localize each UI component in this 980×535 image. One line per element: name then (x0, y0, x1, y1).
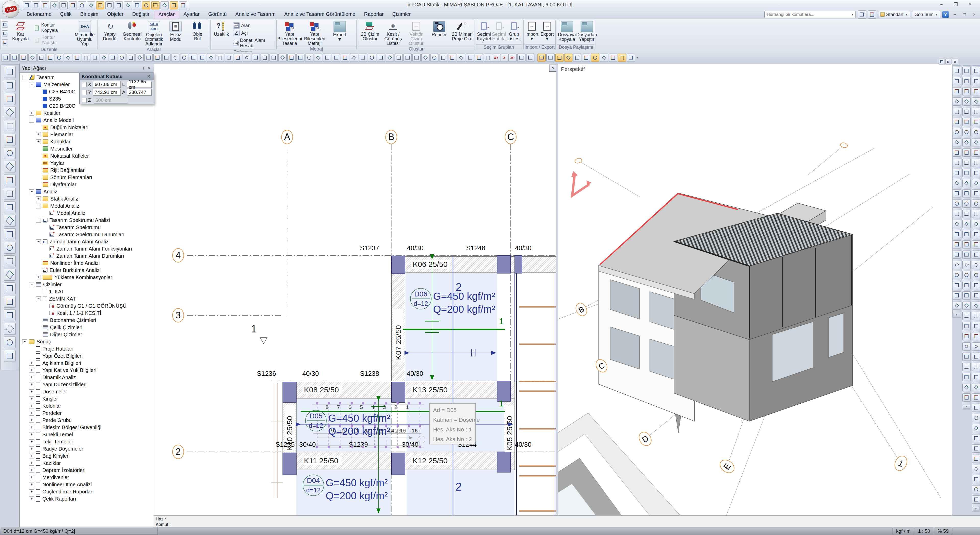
tree-item-g-lendirme-raporlar-[interactable]: +Güçlendirme Raporları (20, 488, 154, 495)
kat-kopyala-button[interactable]: Kat Kopyala (9, 21, 32, 46)
tree-item-kolonlar[interactable]: +Kolonlar (20, 402, 154, 410)
expand-icon[interactable]: + (29, 361, 34, 365)
coordinate-xy-icon[interactable]: XY (492, 54, 500, 62)
tool-icon[interactable] (225, 54, 233, 62)
menu-item--elik[interactable]: Çelik (56, 10, 76, 19)
tool-icon[interactable] (278, 54, 286, 62)
zoom-cell[interactable]: % 59 (934, 528, 952, 535)
tool-icon[interactable] (118, 54, 126, 62)
tool-icon[interactable] (4, 310, 16, 321)
tool-icon[interactable] (4, 93, 16, 105)
tree-item-g-r-n-g1-g1-g-r-n-[interactable]: −Görünüş G1 / G1 GÖRÜNÜŞÜ (20, 302, 154, 310)
tool-icon[interactable] (953, 210, 961, 218)
tree-item-radye-d-emeler[interactable]: +Radye Döşemeler (20, 445, 154, 452)
tool-icon[interactable] (953, 189, 961, 197)
toolbar-expand-icon[interactable]: ▸ (963, 405, 970, 409)
tool-icon[interactable] (963, 77, 970, 85)
tool-icon[interactable] (4, 256, 16, 267)
tool-icon[interactable] (963, 220, 970, 228)
tool-icon[interactable] (368, 54, 376, 62)
tree-item-kabuklar[interactable]: +Kabuklar (20, 138, 154, 145)
tree-item-s-n-m-elemanlar-[interactable]: −Sönüm Elemanları (20, 174, 154, 181)
tool-icon[interactable] (972, 169, 980, 177)
tree-item--elik-raporlar-[interactable]: +Çelik Raporları (20, 495, 154, 502)
tool-icon[interactable] (109, 54, 117, 62)
expand-icon[interactable]: + (29, 411, 34, 416)
expand-icon[interactable]: + (29, 454, 34, 459)
menu-item-ara-lar[interactable]: Araçlar (154, 10, 179, 19)
tool-icon[interactable] (953, 77, 961, 85)
tool-icon[interactable] (484, 54, 492, 62)
tool-icon[interactable] (296, 54, 304, 62)
tool-icon[interactable] (171, 54, 180, 62)
tree-item-zaman-tan-m-alan-durumlar-[interactable]: −Zaman Tanım Alanı Durumları (20, 252, 154, 259)
collapse-icon[interactable]: − (22, 339, 27, 344)
tool-icon[interactable] (162, 54, 170, 62)
tool-icon[interactable] (953, 148, 961, 157)
tool-icon[interactable] (972, 352, 980, 361)
tree-item-kesitler[interactable]: +Kesitler (20, 110, 154, 117)
tool-icon[interactable] (251, 54, 260, 62)
tool-icon[interactable] (314, 54, 322, 62)
command-search-input[interactable] (764, 11, 856, 18)
tool-icon[interactable] (4, 106, 16, 118)
collapse-icon[interactable]: − (36, 239, 41, 244)
tree-item-tasar-m-spektrumu[interactable]: −Tasarım Spektrumu (20, 224, 154, 231)
tree-item-yap-kat-ve-y-k-bilgileri[interactable]: +Yapı Kat ve Yük Bilgileri (20, 367, 154, 374)
tool-icon[interactable] (963, 261, 970, 269)
seçimi-kaydet-button[interactable]: Seçimi Kaydet (477, 21, 491, 44)
tool-icon[interactable] (953, 200, 961, 208)
render-button[interactable]: Render (428, 21, 450, 46)
tree-item-betonarme-izimleri[interactable]: −Betonarme Çizimleri (20, 317, 154, 324)
scale-cell[interactable]: 1 : 50 (914, 528, 934, 535)
dosyaya-kopyala-button[interactable]: Dosyaya Kopyala (558, 21, 576, 44)
tree-item-noktasal-k-tleler[interactable]: −Noktasal Kütleler (20, 152, 154, 159)
tree-item-sonu-[interactable]: −Sonuç (20, 338, 154, 345)
expand-icon[interactable]: + (29, 368, 34, 373)
expand-icon[interactable]: + (29, 439, 34, 444)
tool-icon[interactable] (439, 54, 447, 62)
toolbar-expand-icon[interactable]: ▸ (953, 313, 960, 317)
tool-icon[interactable] (972, 200, 980, 208)
help-icon[interactable]: ? (942, 11, 949, 18)
tool-icon[interactable] (953, 128, 961, 136)
tool-icon[interactable] (963, 159, 970, 167)
tool-icon[interactable] (4, 66, 16, 78)
tool-icon[interactable] (972, 495, 980, 503)
geometri-kontrolü-button[interactable]: Geometri Kontrolü (121, 21, 143, 46)
tool-icon[interactable] (91, 54, 99, 62)
tool-icon[interactable] (207, 54, 215, 62)
tool-icon[interactable] (972, 128, 980, 136)
tool-icon[interactable] (953, 240, 961, 249)
tool-icon[interactable] (972, 332, 980, 340)
tool-icon[interactable] (963, 271, 970, 279)
undoall-button[interactable] (2, 39, 8, 45)
tree-item-yaylar[interactable]: −Yaylar (20, 159, 154, 167)
tool-icon[interactable] (32, 1, 40, 10)
tool-icon[interactable] (963, 383, 970, 391)
redo-button[interactable] (2, 30, 8, 37)
expand-icon[interactable]: + (29, 475, 34, 480)
tool-icon[interactable] (963, 291, 970, 300)
tool-icon[interactable] (963, 322, 970, 330)
tree-item-a-klama-bilgileri[interactable]: +Açıklama Bilgileri (20, 359, 154, 367)
tool-icon[interactable] (972, 312, 980, 320)
tool-icon[interactable] (161, 1, 169, 10)
collapse-icon[interactable]: − (29, 189, 34, 194)
tool-icon[interactable] (972, 148, 980, 157)
tool-icon[interactable] (573, 54, 581, 62)
tool-icon[interactable] (4, 188, 16, 200)
tool-icon[interactable] (972, 414, 980, 422)
menu-item-analiz-ve-tasar-m[interactable]: Analiz ve Tasarım (231, 10, 280, 19)
mdi-close-button[interactable]: × (970, 11, 978, 17)
tool-icon[interactable] (963, 230, 970, 238)
tool-icon[interactable] (170, 1, 178, 10)
tool-icon[interactable] (2, 54, 10, 62)
tree-item-diyaframlar[interactable]: −Diyaframlar (20, 181, 154, 188)
expand-icon[interactable]: + (36, 275, 41, 280)
menu-item-analiz-ve-tasar-m-g-r-nt-leme[interactable]: Analiz ve Tasarım Görüntüleme (280, 10, 360, 19)
tool-icon[interactable] (953, 261, 961, 269)
tool-icon[interactable] (972, 342, 980, 351)
expand-icon[interactable]: + (29, 482, 34, 487)
tool-icon[interactable] (4, 215, 16, 227)
